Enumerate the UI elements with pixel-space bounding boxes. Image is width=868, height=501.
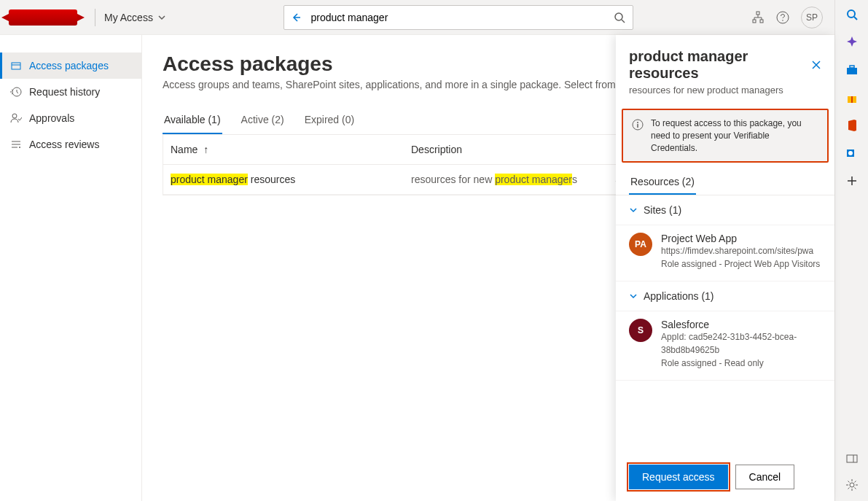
- tab-expired[interactable]: Expired (0): [303, 108, 356, 134]
- arrow-left-icon: [290, 12, 302, 23]
- svg-point-0: [615, 13, 622, 20]
- details-panel: product manager resources resources for …: [616, 35, 834, 501]
- info-icon: [632, 119, 644, 131]
- section-applications: Applications (1): [616, 281, 834, 311]
- svg-rect-14: [850, 66, 854, 68]
- rail-expand-icon[interactable]: [845, 451, 859, 466]
- rail-office-icon[interactable]: [845, 118, 859, 133]
- tab-active[interactable]: Active (2): [240, 108, 286, 134]
- close-icon: [811, 60, 821, 70]
- resource-site-item[interactable]: PA Project Web App https://fimdev.sharep…: [616, 225, 834, 281]
- app-switcher[interactable]: My Access: [104, 12, 166, 23]
- chevron-down-icon: [629, 292, 638, 300]
- resource-app-item[interactable]: S Salesforce AppId: cad5e242-31b3-4452-b…: [616, 311, 834, 381]
- panel-footer: Request access Cancel: [616, 453, 834, 501]
- avatar[interactable]: SP: [801, 7, 823, 28]
- sitemap-icon: [751, 11, 765, 24]
- rail-search-icon[interactable]: [845, 7, 859, 22]
- reviews-icon: [10, 139, 22, 150]
- rail-copilot-icon[interactable]: [845, 35, 859, 50]
- search-submit[interactable]: [606, 12, 633, 23]
- svg-point-8: [12, 114, 17, 118]
- panel-tabs: Resources (2): [616, 170, 834, 195]
- app-name: My Access: [104, 12, 153, 23]
- svg-rect-19: [847, 455, 857, 462]
- col-header-name[interactable]: Name ↑: [171, 144, 411, 155]
- info-callout: To request access to this package, you n…: [622, 109, 829, 163]
- search-input[interactable]: [308, 12, 606, 23]
- col-header-description[interactable]: Description: [411, 144, 615, 155]
- chevron-down-icon: [157, 13, 166, 22]
- package-icon: [10, 60, 22, 71]
- resource-appid: AppId: cad5e242-31b3-4452-bcea-38bd8b496…: [661, 330, 821, 357]
- info-text: To request access to this package, you n…: [651, 117, 818, 154]
- help-button[interactable]: [776, 11, 789, 24]
- svg-point-11: [637, 122, 638, 123]
- rail-add-icon[interactable]: [845, 174, 859, 188]
- sidebar-label: Access reviews: [29, 139, 99, 150]
- search-box: [284, 5, 633, 30]
- resource-role: Role assigned - Project Web App Visitors: [661, 257, 820, 271]
- org-logo: [9, 9, 77, 26]
- svg-rect-2: [753, 20, 756, 23]
- avatar-initials: SP: [806, 12, 818, 23]
- panel-close-button[interactable]: [811, 60, 821, 70]
- svg-rect-6: [12, 63, 20, 69]
- chevron-down-icon: [629, 206, 638, 214]
- tab-available[interactable]: Available (1): [163, 108, 222, 134]
- sidebar-item-access-packages[interactable]: Access packages: [0, 53, 141, 79]
- help-icon: [776, 11, 789, 24]
- resource-name: Salesforce: [661, 319, 821, 330]
- header-actions: SP: [751, 7, 823, 28]
- search-icon: [614, 12, 625, 23]
- rail-outlook-icon[interactable]: [845, 146, 859, 160]
- rail-briefcase-icon[interactable]: [845, 63, 859, 77]
- resource-name: Project Web App: [661, 233, 820, 244]
- sidebar-item-access-reviews[interactable]: Access reviews: [0, 131, 141, 158]
- svg-point-9: [19, 147, 20, 148]
- sidebar-item-approvals[interactable]: Approvals: [0, 105, 141, 131]
- cell-name: product manager resources: [171, 174, 411, 185]
- svg-point-5: [782, 20, 783, 21]
- sort-asc-icon: ↑: [203, 144, 208, 155]
- cell-description: resources for new product managers: [411, 174, 615, 185]
- panel-tab-resources[interactable]: Resources (2): [629, 170, 696, 195]
- request-access-button[interactable]: Request access: [629, 465, 728, 489]
- section-sites-toggle[interactable]: Sites (1): [629, 204, 821, 216]
- resource-url: https://fimdev.sharepoint.com/sites/pwa: [661, 244, 820, 257]
- resource-avatar: S: [629, 319, 652, 342]
- svg-rect-16: [851, 96, 853, 103]
- approvals-icon: [10, 112, 22, 124]
- panel-title: product manager resources: [629, 48, 811, 82]
- header: My Access SP: [0, 0, 834, 35]
- resource-role: Role assigned - Read only: [661, 357, 821, 370]
- history-icon: [10, 86, 22, 98]
- sidebar-label: Request history: [29, 86, 100, 98]
- sidebar-item-request-history[interactable]: Request history: [0, 79, 141, 105]
- rail-gift-icon[interactable]: [845, 90, 859, 105]
- panel-subtitle: resources for new product managers: [629, 85, 821, 96]
- svg-rect-3: [760, 20, 763, 23]
- svg-point-18: [848, 151, 853, 155]
- sidebar-label: Access packages: [29, 60, 109, 71]
- search-back-button[interactable]: [284, 12, 308, 23]
- sidebar-label: Approvals: [29, 112, 74, 124]
- section-apps-toggle[interactable]: Applications (1): [629, 290, 821, 302]
- right-rail: [834, 0, 868, 501]
- svg-point-12: [848, 10, 855, 18]
- svg-rect-1: [756, 12, 759, 15]
- section-sites: Sites (1): [616, 195, 834, 225]
- svg-rect-13: [847, 68, 857, 74]
- org-icon[interactable]: [751, 11, 765, 24]
- svg-point-20: [850, 483, 854, 487]
- cancel-button[interactable]: Cancel: [735, 465, 795, 489]
- rail-settings-icon[interactable]: [845, 478, 859, 492]
- resource-avatar: PA: [629, 233, 652, 256]
- divider: [95, 9, 95, 26]
- sidebar: Access packages Request history Approval…: [0, 35, 142, 501]
